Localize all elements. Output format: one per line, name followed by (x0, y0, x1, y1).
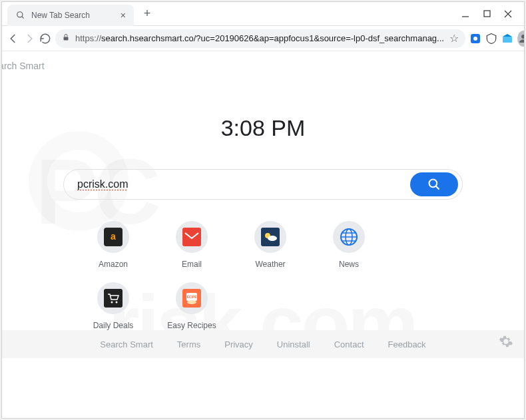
browser-tab[interactable]: New Tab Search × (7, 5, 134, 26)
svg-point-8 (473, 37, 477, 41)
shortcut-news[interactable]: News (319, 221, 379, 269)
window-controls (461, 10, 524, 18)
maximize-button[interactable] (483, 10, 491, 18)
svg-rect-6 (64, 37, 69, 41)
new-tab-button[interactable]: + (138, 5, 156, 23)
svg-text:a: a (111, 231, 116, 242)
search-icon (427, 178, 441, 191)
shortcut-label: Easy Recipes (167, 321, 216, 330)
brand-label: Search Smart (1, 61, 509, 71)
cart-icon (104, 289, 123, 308)
svg-rect-24 (104, 289, 123, 308)
footer-link-brand[interactable]: Search Smart (100, 339, 152, 349)
svg-point-18 (268, 236, 277, 241)
amazon-icon: a (104, 228, 123, 246)
titlebar: New Tab Search × + (2, 2, 524, 26)
svg-point-30 (187, 300, 196, 304)
svg-text:RECIPES: RECIPES (184, 295, 200, 299)
reload-button[interactable] (39, 29, 51, 48)
shortcut-amazon[interactable]: a Amazon (83, 221, 143, 269)
footer-link-uninstall[interactable]: Uninstall (277, 339, 310, 349)
close-icon[interactable]: × (121, 10, 126, 21)
footer-link-feedback[interactable]: Feedback (388, 339, 426, 349)
tab-title: New Tab Search (31, 11, 115, 20)
footer-link-contact[interactable]: Contact (334, 339, 364, 349)
close-window-button[interactable] (504, 10, 512, 18)
forward-button[interactable] (23, 29, 35, 48)
toolbar: https://search.hsearchsmart.co/?uc=20190… (2, 26, 524, 51)
email-icon (182, 228, 201, 246)
search-button[interactable] (410, 172, 458, 196)
back-button[interactable] (7, 29, 19, 48)
svg-rect-9 (503, 37, 512, 43)
recipes-icon: RECIPES (182, 289, 201, 308)
shortcut-label: Amazon (99, 260, 128, 269)
shortcut-label: Daily Deals (93, 321, 134, 330)
extension-icon-1[interactable] (469, 32, 481, 45)
gear-icon[interactable] (499, 334, 513, 351)
search-input[interactable] (77, 178, 410, 190)
shortcut-label: Weather (255, 260, 285, 269)
lock-icon (62, 33, 70, 44)
page-content: PC risk.com Search Smart 3:08 PM a Amazo… (2, 51, 524, 418)
url-text: https://search.hsearchsmart.co/?uc=20190… (75, 33, 444, 43)
bookmark-icon[interactable]: ☆ (449, 32, 459, 45)
globe-icon (339, 227, 359, 247)
svg-line-1 (22, 16, 24, 18)
shortcut-email[interactable]: Email (162, 221, 222, 269)
extension-icon-3[interactable] (501, 32, 513, 45)
svg-point-11 (429, 180, 437, 188)
svg-rect-15 (182, 228, 201, 246)
svg-point-25 (111, 302, 113, 304)
shortcut-label: News (339, 260, 359, 269)
shortcut-label: Email (182, 260, 202, 269)
clock: 3:08 PM (2, 115, 524, 141)
svg-line-12 (436, 186, 439, 190)
search-bar (63, 169, 463, 200)
weather-icon (261, 228, 280, 246)
address-bar[interactable]: https://search.hsearchsmart.co/?uc=20190… (55, 29, 465, 48)
browser-window: New Tab Search × + https://search.hsearc… (1, 1, 525, 419)
footer-link-privacy[interactable]: Privacy (224, 339, 253, 349)
svg-rect-3 (484, 11, 490, 17)
svg-point-26 (116, 302, 118, 304)
shortcut-weather[interactable]: Weather (240, 221, 300, 269)
footer: Search Smart Terms Privacy Uninstall Con… (2, 330, 524, 358)
shortcut-recipes[interactable]: RECIPES Easy Recipes (162, 282, 222, 330)
footer-link-terms[interactable]: Terms (177, 339, 200, 349)
extension-icon-2[interactable] (485, 32, 497, 45)
search-icon (15, 10, 26, 21)
profile-button[interactable] (517, 31, 525, 47)
minimize-button[interactable] (461, 10, 469, 18)
shortcuts-grid: a Amazon Email Weather News Daily Deals … (77, 221, 449, 330)
shortcut-deals[interactable]: Daily Deals (83, 282, 143, 330)
svg-point-10 (521, 35, 525, 39)
svg-point-0 (17, 11, 23, 17)
